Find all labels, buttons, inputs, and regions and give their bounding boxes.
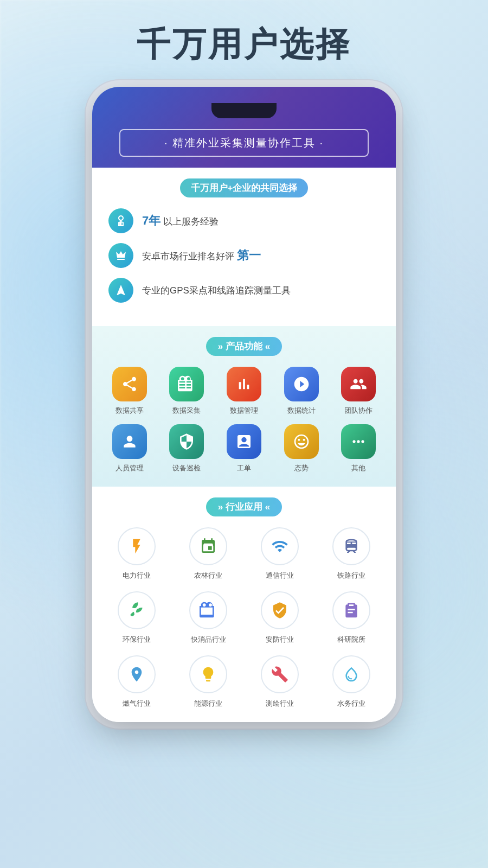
bottom-grid: 燃气行业 能源行业 测绘行业 [103, 655, 385, 709]
function-item-share[interactable]: 数据共享 [103, 367, 156, 416]
main-title: 千万用户选择 [0, 22, 488, 67]
function-item-more[interactable]: 其他 [332, 424, 385, 473]
function-icon-stats [284, 367, 319, 401]
industry-icon-research [332, 591, 370, 629]
industry-grid: 电力行业 农林行业 通信行业 [103, 527, 385, 644]
industry-item-research[interactable]: 科研院所 [318, 591, 385, 644]
function-item-workorder[interactable]: 工单 [217, 424, 271, 473]
svg-point-0 [135, 671, 138, 673]
stat-icon-award [108, 208, 133, 233]
stat-text-3: 专业的GPS采点和线路追踪测量工具 [142, 284, 291, 297]
phone-header: · 精准外业采集测量协作工具 · [92, 87, 396, 168]
industry-item-security[interactable]: 安防行业 [246, 591, 313, 644]
function-label-manage: 数据管理 [230, 406, 258, 416]
function-item-collect[interactable]: 数据采集 [160, 367, 214, 416]
stat-icon-arrow [108, 278, 133, 303]
industry-icon-rail [332, 527, 370, 565]
industry-icon-eco [118, 591, 156, 629]
function-label-share: 数据共享 [115, 406, 144, 416]
industry-item-power[interactable]: 电力行业 [103, 527, 170, 580]
industry-icon-security [261, 591, 299, 629]
industry-label-security: 安防行业 [266, 635, 294, 644]
function-item-manage[interactable]: 数据管理 [217, 367, 271, 416]
functions-grid: 数据共享 数据采集 数据管理 数据统计 [103, 367, 385, 473]
function-icon-manage [227, 367, 261, 401]
function-icon-collect [169, 367, 204, 401]
bottom-industry-row: 燃气行业 能源行业 测绘行业 [103, 655, 385, 709]
industry-label-eco: 环保行业 [123, 635, 151, 644]
function-icon-more [341, 424, 376, 459]
industry-icon-energy [189, 655, 227, 693]
industry-label-survey: 测绘行业 [266, 699, 294, 709]
function-label-stats: 数据统计 [287, 406, 316, 416]
industry-item-energy[interactable]: 能源行业 [175, 655, 242, 709]
industry-item-fmcg[interactable]: 快消品行业 [175, 591, 242, 644]
tagline: · 精准外业采集测量协作工具 · [119, 129, 369, 157]
function-item-situation[interactable]: 态势 [275, 424, 328, 473]
stat-text-1: 7年 以上服务经验 [142, 213, 219, 229]
stats-badge: 千万用户+企业的共同选择 [180, 178, 309, 197]
industry-label-agri: 农林行业 [194, 571, 222, 580]
industry-item-water[interactable]: 水务行业 [318, 655, 385, 709]
industry-label-energy: 能源行业 [194, 699, 222, 709]
industry-label-power: 电力行业 [123, 571, 151, 580]
stat-item-2: 安卓市场行业排名好评 第一 [108, 243, 380, 268]
function-item-person[interactable]: 人员管理 [103, 424, 156, 473]
industry-icon-survey [261, 655, 299, 693]
industry-item-agri[interactable]: 农林行业 [175, 527, 242, 580]
functions-section: » 产品功能 « 数据共享 数据采集 [92, 326, 396, 487]
functions-badge: » 产品功能 « [103, 337, 385, 356]
industry-section: » 行业应用 « 电力行业 农林行业 [92, 487, 396, 722]
industry-label-water: 水务行业 [337, 699, 365, 709]
industry-icon-water [332, 655, 370, 693]
stats-header: 千万用户+企业的共同选择 [108, 178, 380, 197]
industry-icon-gas [118, 655, 156, 693]
function-item-stats[interactable]: 数据统计 [275, 367, 328, 416]
function-label-person: 人员管理 [115, 463, 144, 473]
function-label-collect: 数据采集 [172, 406, 201, 416]
function-icon-person [112, 424, 147, 459]
industry-label-telecom: 通信行业 [266, 571, 294, 580]
industry-label-fmcg: 快消品行业 [191, 635, 226, 644]
industry-item-telecom[interactable]: 通信行业 [246, 527, 313, 580]
industry-icon-agri [189, 527, 227, 565]
industry-icon-fmcg [189, 591, 227, 629]
function-label-situation: 态势 [294, 463, 309, 473]
stat-item-1: 7年 以上服务经验 [108, 208, 380, 233]
stat-text-2: 安卓市场行业排名好评 第一 [142, 247, 261, 264]
function-icon-inspect [169, 424, 204, 459]
industry-badge: » 行业应用 « [103, 497, 385, 516]
phone-frame: · 精准外业采集测量协作工具 · 千万用户+企业的共同选择 7年 以上服务经验 … [92, 87, 396, 722]
industry-item-rail[interactable]: 铁路行业 [318, 527, 385, 580]
function-label-more: 其他 [351, 463, 365, 473]
function-item-inspect[interactable]: 设备巡检 [160, 424, 214, 473]
industry-icon-telecom [261, 527, 299, 565]
stat-icon-crown [108, 243, 133, 268]
industry-label-gas: 燃气行业 [123, 699, 151, 709]
stat-item-3: 专业的GPS采点和线路追踪测量工具 [108, 278, 380, 303]
function-label-team: 团队协作 [344, 406, 373, 416]
industry-item-eco[interactable]: 环保行业 [103, 591, 170, 644]
function-icon-situation [284, 424, 319, 459]
industry-item-gas[interactable]: 燃气行业 [103, 655, 170, 709]
stats-section: 千万用户+企业的共同选择 7年 以上服务经验 安卓市场行业排名好评 第一 [92, 168, 396, 326]
function-label-workorder: 工单 [237, 463, 251, 473]
function-icon-workorder [227, 424, 261, 459]
industry-label-rail: 铁路行业 [337, 571, 365, 580]
function-label-inspect: 设备巡检 [172, 463, 201, 473]
industry-item-survey[interactable]: 测绘行业 [246, 655, 313, 709]
function-icon-team [341, 367, 376, 401]
function-item-team[interactable]: 团队协作 [332, 367, 385, 416]
industry-label-research: 科研院所 [337, 635, 365, 644]
phone-notch [211, 103, 277, 118]
function-icon-share [112, 367, 147, 401]
industry-icon-power [118, 527, 156, 565]
